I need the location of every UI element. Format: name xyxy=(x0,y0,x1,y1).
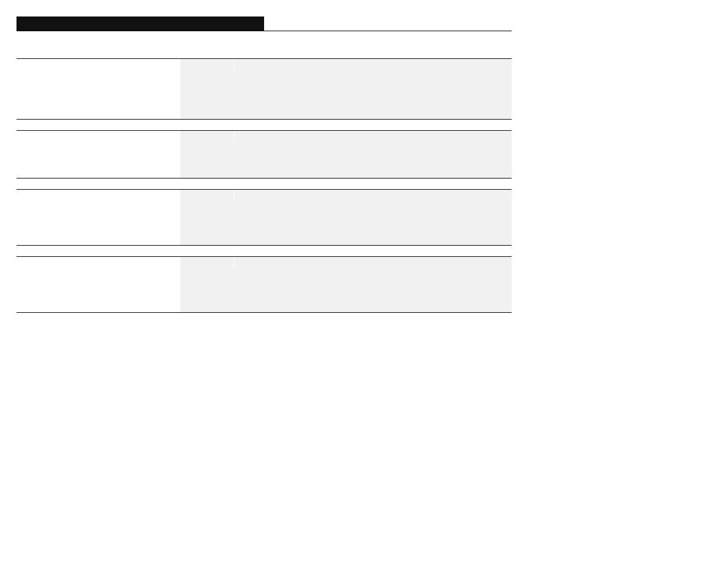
document-page xyxy=(17,16,512,313)
section-1-body xyxy=(17,70,512,119)
section-1-body-right xyxy=(235,70,512,119)
section-3-body-right xyxy=(235,200,512,245)
section-4-head xyxy=(17,257,512,267)
section-3-body xyxy=(17,200,512,245)
section-1-right-col xyxy=(235,59,512,70)
section-3-mid-col xyxy=(180,190,235,200)
section-4 xyxy=(17,256,512,313)
section-2-body-mid xyxy=(180,141,235,178)
section-1-mid-col xyxy=(180,59,235,70)
section-3-label-col xyxy=(17,190,180,200)
section-3-right-col xyxy=(235,190,512,200)
section-2-body xyxy=(17,141,512,178)
section-4-body-right xyxy=(235,267,512,312)
gap-3 xyxy=(17,246,512,256)
section-4-right-col xyxy=(235,257,512,267)
section-3-head xyxy=(17,190,512,200)
section-2-label-col xyxy=(17,131,180,141)
section-1-body-label xyxy=(17,70,180,119)
section-4-bottom xyxy=(17,312,512,313)
section-4-mid-col xyxy=(180,257,235,267)
section-4-body-label xyxy=(17,267,180,312)
page-header-row xyxy=(17,16,512,31)
section-2-mid-col xyxy=(180,131,235,141)
gap-2 xyxy=(17,178,512,189)
section-1-head xyxy=(17,59,512,70)
section-3-body-label xyxy=(17,200,180,245)
section-4-label-col xyxy=(17,257,180,267)
section-4-body xyxy=(17,267,512,312)
section-2-right-col xyxy=(235,131,512,141)
section-2 xyxy=(17,130,512,178)
header-spacer xyxy=(17,31,512,58)
header-title-bar xyxy=(17,16,264,31)
section-4-body-mid xyxy=(180,267,235,312)
section-2-head xyxy=(17,131,512,141)
section-3-body-mid xyxy=(180,200,235,245)
section-1-body-mid xyxy=(180,70,235,119)
section-1-label-col xyxy=(17,59,180,70)
section-2-body-label xyxy=(17,141,180,178)
gap-1 xyxy=(17,120,512,130)
section-3 xyxy=(17,189,512,246)
section-1 xyxy=(17,58,512,120)
section-2-body-right xyxy=(235,141,512,178)
